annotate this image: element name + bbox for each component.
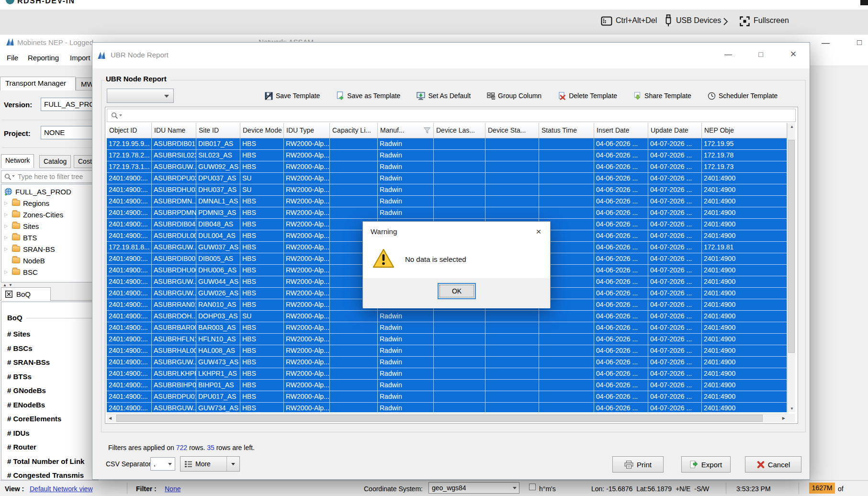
column-header[interactable]: Status Time <box>539 123 594 138</box>
scroll-right-icon[interactable]: ▶ <box>782 416 785 420</box>
expand-arrow-icon[interactable]: ▷ <box>4 201 10 205</box>
grid-search-input[interactable] <box>107 109 796 122</box>
tab-transport-manager[interactable]: Transport Manager <box>0 77 76 90</box>
table-row[interactable]: 2401:4900:... ASUBRDPU037 DPU037_AS SU R… <box>107 173 787 184</box>
csv-separator-combobox[interactable]: , <box>150 457 175 471</box>
save-as-template-button[interactable]: Save as Template <box>336 91 400 100</box>
group-column-button[interactable]: Group Column <box>487 92 541 100</box>
memory-usage-badge[interactable]: 1627M <box>809 483 835 494</box>
cancel-button[interactable]: Cancel <box>745 456 801 473</box>
more-options-button[interactable]: More <box>180 456 240 472</box>
export-button[interactable]: Export <box>681 456 731 473</box>
scroll-left-icon[interactable]: ◀ <box>109 416 112 420</box>
usb-devices-button[interactable]: USB Devices <box>676 16 721 25</box>
boq-item[interactable]: # BTSs <box>7 370 96 384</box>
ctrl-alt-del-button[interactable]: Ctrl+Alt+Del <box>616 16 657 25</box>
boq-item[interactable]: # Congested Transmis <box>7 468 96 480</box>
column-header[interactable]: Site ID <box>196 123 240 138</box>
column-header[interactable]: Manuf... <box>378 123 434 138</box>
delete-template-button[interactable]: Delete Template <box>558 92 617 100</box>
column-header[interactable]: Object ID <box>107 123 152 138</box>
dialog-minimize-button[interactable]: — <box>720 47 737 62</box>
table-row[interactable]: 2401:4900:... ASUBRHFLN10 HFLN10_AS HBS … <box>107 334 787 345</box>
chevron-right-icon[interactable] <box>723 17 729 28</box>
menu-file[interactable]: File <box>7 54 18 62</box>
table-row[interactable]: 2401:4900:... ASUBRGUW... GUW734_AS HBS … <box>107 403 787 412</box>
boq-item[interactable]: # CoreElements <box>7 412 96 426</box>
scroll-down-icon[interactable]: ▼ <box>790 406 794 411</box>
table-row[interactable]: 172.19.78.2... ASUBRSIL023 SIL023_AS HBS… <box>107 150 787 161</box>
splitter-buttons[interactable]: ▲▼ <box>3 283 14 287</box>
boq-item[interactable]: # IDUs <box>7 426 96 440</box>
set-as-default-button[interactable]: Set As Default <box>417 92 471 100</box>
tree-filter-input[interactable]: Type here to filter tree <box>1 170 99 183</box>
boq-item[interactable]: # BSCs <box>7 341 96 356</box>
column-header[interactable]: IDU Name <box>152 123 196 138</box>
table-row[interactable]: 2401:4900:... ASUBRDPU017 DPU017_AS HBS … <box>107 391 787 403</box>
column-header[interactable]: Insert Date <box>594 123 648 138</box>
table-row[interactable]: 2401:4900:... ASUBRDOH... DOHP03_AS SU R… <box>107 311 787 322</box>
vertical-scrollbar[interactable]: ▲ ▼ <box>787 123 795 412</box>
table-row[interactable]: 172.19.95.9... ASUBRDIB017 DIB017_AS HBS… <box>107 138 787 150</box>
table-row[interactable]: 2401:4900:... ASUBRLKHPR1 LKHPR1_AS HBS … <box>107 368 787 380</box>
column-header[interactable]: Device Mode <box>240 123 284 138</box>
share-template-button[interactable]: Share Template <box>633 92 691 100</box>
dialog-close-button[interactable]: × <box>785 47 802 62</box>
expand-arrow-icon[interactable]: ▷ <box>4 212 10 217</box>
table-row[interactable]: 2401:4900:... ASUBRDHU037 DHU037_AS SU R… <box>107 184 787 196</box>
hms-checkbox[interactable] <box>529 484 536 490</box>
tab-network[interactable]: Network <box>1 154 34 168</box>
column-header[interactable]: Device Sta... <box>485 123 539 138</box>
boq-item[interactable]: # Sites <box>7 327 96 341</box>
tree-item[interactable]: ▷ Sites <box>1 220 98 232</box>
horizontal-scrollbar[interactable]: ◀ ▶ <box>107 414 787 422</box>
expand-arrow-icon[interactable]: ▷ <box>4 224 10 228</box>
tree-item[interactable]: ▷ BSC <box>1 266 98 278</box>
boq-item[interactable]: # Total Number of Link <box>7 454 96 469</box>
view-link[interactable]: Default Network view <box>30 485 93 493</box>
tree-item[interactable]: ▷ NodeB <box>1 255 98 266</box>
boq-item[interactable]: # GNodeBs <box>7 383 96 398</box>
window-maximize-button[interactable]: □ <box>857 38 862 47</box>
project-combobox[interactable]: NONE <box>41 126 99 139</box>
table-row[interactable]: 2401:4900:... ASUBRHAL008 HAL008_AS HBS … <box>107 345 787 357</box>
filter-funnel-icon[interactable] <box>424 127 430 134</box>
expand-arrow-icon[interactable]: ▷ <box>4 247 10 251</box>
tree-item[interactable]: ▷ Regions <box>1 197 98 209</box>
column-header[interactable]: NEP Obje <box>702 123 787 138</box>
save-template-button[interactable]: Save Template <box>265 92 320 100</box>
boq-close-icon[interactable] <box>5 291 12 298</box>
filter-link[interactable]: None <box>165 485 180 493</box>
column-header[interactable]: Capacity Li... <box>330 123 378 138</box>
tree-root[interactable]: FULL_AS_PROD <box>1 186 98 197</box>
table-row[interactable]: 2401:4900:... ASUBRGUW... GUW473_AS HBS … <box>107 357 787 368</box>
tab-catalog[interactable]: Catalog <box>39 155 71 168</box>
table-row[interactable]: 2401:4900:... ASUBRBAR003 BAR003_AS HBS … <box>107 322 787 334</box>
print-button[interactable]: Print <box>612 456 664 473</box>
menu-import[interactable]: Import <box>70 54 90 62</box>
dialog-maximize-button[interactable]: □ <box>752 47 769 62</box>
tree-item[interactable]: ▷ BTS <box>1 232 98 243</box>
column-header[interactable]: Device Las... <box>434 123 485 138</box>
tree-item[interactable]: ▷ SRAN-BS <box>1 243 98 255</box>
table-row[interactable]: 2401:4900:... ASUBRPDMNI3 PDMNI3_AS HBS … <box>107 207 787 219</box>
coordinate-system-select[interactable]: geo_wgs84 <box>428 482 519 494</box>
horizontal-scroll-thumb[interactable] <box>116 415 763 422</box>
scroll-up-icon[interactable]: ▲ <box>790 124 794 129</box>
template-combobox[interactable] <box>107 89 174 103</box>
version-combobox[interactable]: FULL_AS_PROD <box>41 98 99 111</box>
column-header[interactable]: Update Date <box>648 123 702 138</box>
ok-button[interactable]: OK <box>438 283 476 299</box>
tree-item[interactable]: ▷ Zones-Cities <box>1 209 98 220</box>
expand-arrow-icon[interactable]: ▷ <box>4 235 10 240</box>
fullscreen-button[interactable]: Fullscreen <box>754 16 789 25</box>
column-header[interactable]: IDU Type <box>284 123 330 138</box>
boq-item[interactable]: # Router <box>7 440 96 454</box>
table-row[interactable]: 2401:4900:... ASUBRDMN... DMNAL1_AS HBS … <box>107 196 787 207</box>
boq-item[interactable]: # ENodeBs <box>7 398 96 412</box>
warning-close-button[interactable]: × <box>530 225 547 239</box>
boq-item[interactable]: # SRAN-BSs <box>7 355 96 370</box>
expand-arrow-icon[interactable]: ▷ <box>4 270 10 274</box>
table-row[interactable]: 2401:4900:... ASUBRBIHP01 BIHP01_AS HBS … <box>107 380 787 391</box>
table-row[interactable]: 172.19.73.1... ASUBRGUW... GUW092_AS HBS… <box>107 161 787 173</box>
